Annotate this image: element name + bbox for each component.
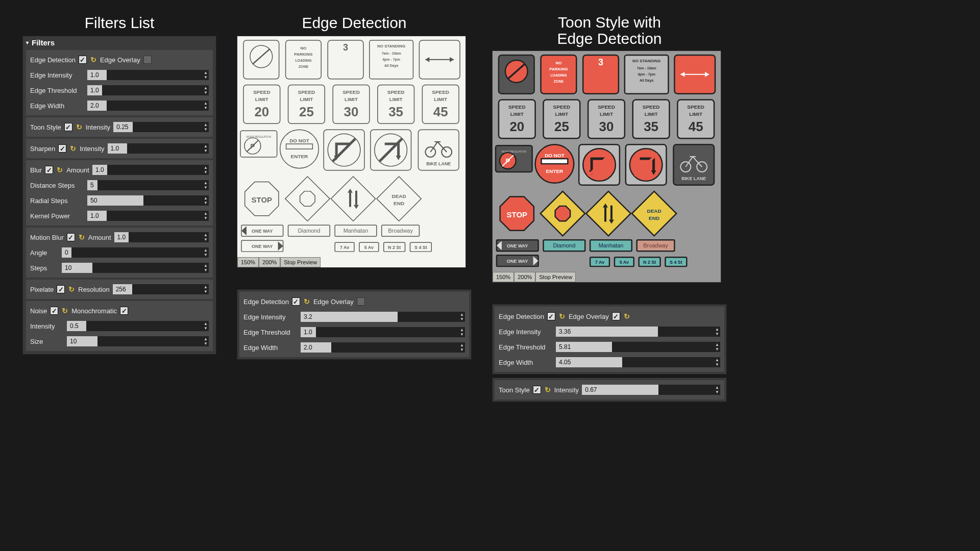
label-angle: Angle (30, 249, 59, 257)
reset-icon[interactable]: ↺ (76, 123, 83, 131)
group-blur: Blur ↺ Amount 1.0 ▲▼ Distance Steps 5 ▲▼ (26, 160, 213, 226)
label-edge-overlay: Edge Overlay (569, 313, 609, 320)
slider-edge-intensity[interactable]: 1.0 ▲▼ (87, 70, 209, 80)
slider-edge-threshold[interactable]: 1.0 ▲▼ (87, 85, 209, 95)
reset-icon[interactable]: ↺ (558, 312, 566, 320)
right-edge-panel: Edge Detection ↺ Edge Overlay ↺ Edge Int… (492, 304, 727, 374)
group-motion-blur: Motion Blur ↺ Amount 1.0 ▲▼ Angle 0 ▲▼ (26, 228, 213, 278)
check-pixelate[interactable] (57, 285, 65, 293)
value-steps: 10 (62, 263, 92, 273)
check-edge-overlay[interactable] (143, 56, 152, 64)
svg-text:5 Av: 5 Av (364, 245, 374, 250)
slider-toon-intensity[interactable]: 0.67 ▲▼ (582, 385, 720, 395)
check-blur[interactable] (45, 166, 53, 174)
svg-text:N 2 St: N 2 St (388, 245, 401, 250)
svg-text:STOP: STOP (507, 210, 527, 219)
svg-text:SPEED: SPEED (342, 90, 360, 95)
zoom-200-button[interactable]: 200% (514, 272, 535, 282)
slider-toon-intensity[interactable]: 0.25 ▲▼ (113, 122, 209, 132)
svg-text:PARKING: PARKING (549, 67, 568, 71)
preview-toolbar: 150% 200% Stop Preview (237, 257, 321, 267)
label-kernel-power: Kernel Power (30, 212, 84, 220)
zoom-200-button[interactable]: 200% (259, 257, 280, 267)
check-sharpen[interactable] (58, 144, 66, 153)
svg-text:LIMIT: LIMIT (600, 111, 613, 117)
mid-edge-panel: Edge Detection ↺ Edge Overlay Edge Inten… (237, 289, 472, 360)
check-toon-style[interactable] (533, 386, 541, 394)
slider-angle[interactable]: 0 ▲▼ (62, 247, 209, 258)
reset-icon[interactable]: ↺ (68, 285, 75, 293)
slider-edge-width[interactable]: 2.0 ▲▼ (301, 342, 465, 353)
zoom-150-button[interactable]: 150% (237, 257, 259, 267)
slider-edge-threshold[interactable]: 5.81 ▲▼ (556, 342, 720, 352)
reset-icon[interactable]: ↺ (69, 144, 77, 153)
svg-text:STOP: STOP (252, 195, 272, 204)
label-edge-intensity: Edge Intensity (30, 71, 84, 79)
slider-sharpen-intensity[interactable]: 1.0 ▲▼ (108, 143, 209, 154)
reset-icon[interactable]: ↺ (61, 307, 68, 315)
svg-text:S 4 St: S 4 St (670, 260, 682, 265)
reset-icon[interactable]: ↺ (303, 297, 310, 306)
slider-blur-amount[interactable]: 1.0 ▲▼ (92, 165, 209, 175)
value-resolution: 256 (113, 284, 132, 294)
value-kernel-power: 1.0 (87, 211, 107, 221)
slider-edge-intensity[interactable]: 3.2 ▲▼ (301, 312, 465, 322)
reset-icon[interactable]: ↺ (56, 166, 63, 174)
reset-icon[interactable]: ↺ (90, 56, 97, 64)
filters-header[interactable]: ▾ Filters (24, 37, 215, 48)
svg-text:DEAD: DEAD (391, 193, 406, 199)
slider-noise-intensity[interactable]: 0.5 ▲▼ (67, 321, 209, 331)
check-edge-detection[interactable] (79, 56, 87, 64)
check-edge-detection[interactable] (292, 297, 300, 306)
check-edge-overlay[interactable] (357, 297, 365, 306)
label-pixelate: Pixelate (30, 286, 54, 293)
svg-text:ENTER: ENTER (546, 168, 564, 174)
slider-edge-intensity[interactable]: 3.36 ▲▼ (556, 327, 720, 337)
stop-preview-button[interactable]: Stop Preview (535, 272, 576, 282)
check-noise[interactable] (50, 307, 58, 315)
label-intensity: Intensity (80, 145, 104, 153)
filters-header-label: Filters (32, 38, 55, 47)
svg-text:END: END (394, 201, 404, 206)
svg-text:LIMIT: LIMIT (345, 96, 358, 102)
label-edge-width: Edge Width (30, 102, 84, 110)
slider-edge-width[interactable]: 2.0 ▲▼ (87, 101, 209, 111)
reset-icon[interactable]: ↺ (78, 233, 85, 241)
svg-text:BIKE LANE: BIKE LANE (426, 161, 451, 166)
slider-resolution[interactable]: 256 ▲▼ (113, 284, 209, 294)
svg-text:NO: NO (300, 46, 306, 51)
svg-text:Broadway: Broadway (388, 228, 413, 234)
svg-text:BIKE LANE: BIKE LANE (681, 176, 706, 181)
slider-radial-steps[interactable]: 50 ▲▼ (87, 195, 209, 206)
svg-text:ONE WAY: ONE WAY (252, 229, 273, 234)
label-noise: Noise (30, 307, 47, 315)
stop-preview-button[interactable]: Stop Preview (280, 257, 321, 267)
value-mblur-amount: 1.0 (114, 232, 129, 242)
svg-text:35: 35 (644, 119, 658, 134)
check-edge-overlay[interactable] (612, 312, 620, 320)
slider-kernel-power[interactable]: 1.0 ▲▼ (87, 211, 209, 221)
label-size: Size (30, 338, 64, 345)
slider-edge-width[interactable]: 4.05 ▲▼ (556, 357, 720, 367)
reset-icon[interactable]: ↺ (623, 312, 630, 320)
slider-distance-steps[interactable]: 5 ▲▼ (87, 180, 209, 190)
slider-edge-threshold[interactable]: 1.0 ▲▼ (301, 327, 465, 337)
svg-text:7am - 10am: 7am - 10am (637, 66, 656, 70)
check-toon-style[interactable] (64, 123, 72, 131)
label-intensity: Intensity (86, 123, 110, 131)
check-monochromatic[interactable] (120, 307, 128, 315)
reset-icon[interactable]: ↺ (544, 386, 551, 394)
svg-text:SPEED: SPEED (508, 105, 526, 110)
slider-steps[interactable]: 10 ▲▼ (62, 263, 209, 273)
slider-noise-size[interactable]: 10 ▲▼ (67, 336, 209, 346)
slider-mblur-amount[interactable]: 1.0 ▲▼ (114, 232, 209, 242)
svg-text:SPEED: SPEED (253, 90, 271, 95)
group-edge: Edge Detection ↺ Edge Overlay Edge Inten… (26, 50, 213, 115)
svg-marker-155 (555, 206, 570, 221)
value-distance-steps: 5 (87, 180, 97, 190)
value-edge-intensity: 1.0 (87, 70, 107, 80)
check-motion-blur[interactable] (67, 233, 75, 241)
zoom-150-button[interactable]: 150% (493, 272, 514, 282)
label-edge-width: Edge Width (243, 344, 298, 352)
check-edge-detection[interactable] (547, 312, 555, 320)
